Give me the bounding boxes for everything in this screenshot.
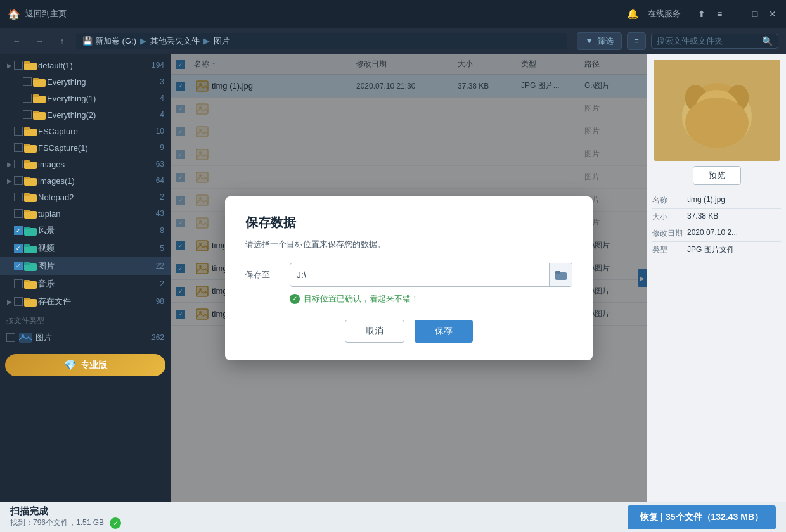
save-data-modal: 保存数据 请选择一个目标位置来保存您的数据。 保存至	[225, 196, 593, 360]
sidebar-count-everything: 3	[160, 77, 164, 86]
info-row-name: 名称 timg (1).jpg	[652, 193, 781, 209]
sidebar-count-shipin: 5	[160, 244, 164, 253]
folder-icon-everything	[33, 77, 46, 87]
bell-icon: 🔔	[627, 8, 639, 20]
forward-button[interactable]: →	[30, 32, 48, 50]
sidebar-item-fscapture[interactable]: FSCapture 10	[0, 123, 171, 139]
title-bar-left: 🏠 返回到主页	[8, 8, 67, 20]
search-box: 🔍	[651, 34, 778, 49]
sidebar-item-everything2[interactable]: Everything(2) 4	[0, 106, 171, 123]
section-label: 按文件类型	[0, 310, 171, 329]
online-service-label[interactable]: 在线服务	[648, 8, 681, 20]
breadcrumb-sep2: ▶	[203, 36, 210, 46]
sidebar-count-tupian2: 22	[156, 262, 164, 270]
checkbox-filetype-image[interactable]	[6, 333, 15, 342]
checkbox-images[interactable]	[14, 160, 23, 168]
breadcrumb-subfolder[interactable]: 图片	[214, 35, 230, 47]
scan-complete: 扫描完成 找到：796个文件，1.51 GB ✓	[10, 505, 121, 529]
breadcrumb-drive[interactable]: 新加卷 (G:)	[95, 35, 136, 47]
breadcrumb-sep1: ▶	[140, 36, 146, 46]
sidebar-item-default1[interactable]: ▶ default(1) 194	[0, 57, 171, 73]
sidebar-filetype-image[interactable]: 图片 262	[0, 329, 171, 346]
checkbox-tupian[interactable]	[14, 209, 23, 218]
checkbox-fscapture1[interactable]	[14, 143, 23, 152]
folder-icon-everything1	[33, 93, 46, 103]
checkbox-fengjing[interactable]: ✓	[14, 226, 23, 235]
sidebar-item-images1[interactable]: ▶ images(1) 64	[0, 172, 171, 189]
sidebar-item-tupian2[interactable]: ✓ 图片 22	[0, 257, 171, 275]
sidebar-label-fscapture: FSCapture	[38, 127, 153, 136]
folder-icon-images	[24, 159, 37, 169]
modal-description: 请选择一个目标位置来保存您的数据。	[245, 239, 572, 250]
svg-rect-29	[24, 298, 30, 300]
menu-button[interactable]: ≡	[714, 8, 725, 20]
cancel-button[interactable]: 取消	[345, 320, 404, 343]
close-button[interactable]: ✕	[767, 8, 778, 20]
expand-icon: ▶	[5, 298, 14, 305]
svg-rect-23	[24, 244, 30, 247]
sidebar-item-images[interactable]: ▶ images 63	[0, 156, 171, 172]
window-controls: ⬆ ≡ — □ ✕	[696, 8, 778, 20]
info-type-label: 类型	[652, 244, 687, 255]
filter-button[interactable]: ▼ 筛选	[577, 32, 622, 50]
sidebar-item-everything[interactable]: Everything 3	[0, 73, 171, 90]
folder-icon-tupian	[24, 208, 37, 218]
search-icon: 🔍	[762, 36, 773, 46]
checkbox-yinyue[interactable]	[14, 279, 23, 288]
checkbox-cunzai[interactable]	[14, 297, 23, 306]
sidebar-item-everything1[interactable]: Everything(1) 4	[0, 90, 171, 106]
sidebar-item-yinyue[interactable]: 音乐 2	[0, 275, 171, 293]
scan-title: 扫描完成	[10, 505, 121, 517]
home-label[interactable]: 返回到主页	[25, 8, 67, 20]
sidebar-label-notepad2: Notepad2	[38, 193, 157, 202]
preview-button[interactable]: 预览	[693, 166, 741, 185]
view-menu-button[interactable]: ≡	[627, 32, 646, 50]
info-date-value: 2020.07.10 2...	[687, 228, 781, 239]
checkbox-tupian2[interactable]: ✓	[14, 262, 23, 270]
minimize-button[interactable]: —	[731, 8, 743, 20]
info-type-value: JPG 图片文件	[687, 244, 781, 255]
modal-saveto-input[interactable]	[290, 265, 549, 284]
checkbox-images1[interactable]	[14, 176, 23, 185]
folder-icon-notepad2	[24, 192, 37, 202]
pro-button[interactable]: 💎 专业版	[5, 354, 165, 376]
content-area: ✓ 名称 ↑ 修改日期 大小 类型 路径 ✓	[171, 54, 647, 502]
sidebar-item-shipin[interactable]: ✓ 视频 5	[0, 239, 171, 257]
up-button[interactable]: ↑	[53, 32, 71, 50]
share-button[interactable]: ⬆	[696, 8, 707, 20]
sidebar-item-tupian[interactable]: tupian 43	[0, 205, 171, 222]
sidebar-count-yinyue: 2	[160, 279, 164, 288]
sidebar-item-notepad2[interactable]: Notepad2 2	[0, 189, 171, 205]
save-button[interactable]: 保存	[415, 320, 473, 343]
sidebar-count-fscapture1: 9	[160, 143, 164, 152]
svg-rect-11	[24, 144, 30, 146]
sidebar-count-fscapture: 10	[156, 127, 164, 136]
search-input[interactable]	[657, 36, 758, 46]
breadcrumb-folder[interactable]: 其他丢失文件	[150, 35, 200, 47]
sidebar-item-fengjing[interactable]: ✓ 风景 8	[0, 222, 171, 239]
maximize-button[interactable]: □	[749, 8, 761, 20]
sidebar-item-cunzai[interactable]: ▶ 存在文件 98	[0, 293, 171, 310]
scan-subtitle-text: 找到：796个文件，1.51 GB	[10, 518, 104, 527]
restore-button[interactable]: 恢复 | 35个文件（132.43 MB）	[628, 505, 776, 529]
bottom-bar: 扫描完成 找到：796个文件，1.51 GB ✓ 恢复 | 35个文件（132.…	[0, 502, 786, 532]
modal-buttons: 取消 保存	[245, 320, 572, 343]
sidebar-count-cunzai: 98	[156, 297, 164, 306]
back-button[interactable]: ←	[8, 32, 25, 50]
checkbox-everything1[interactable]	[23, 94, 32, 103]
checkbox-everything2[interactable]	[23, 110, 32, 119]
checkbox-notepad2[interactable]	[14, 193, 23, 201]
folder-open-icon	[555, 270, 567, 280]
info-size-label: 大小	[652, 212, 687, 222]
sidebar-label-tupian2: 图片	[38, 260, 153, 272]
folder-browse-button[interactable]	[549, 263, 572, 286]
nav-bar: ← → ↑ 💾 新加卷 (G:) ▶ 其他丢失文件 ▶ 图片 ▼ 筛选 ≡ 🔍	[0, 28, 786, 54]
checkbox-shipin[interactable]: ✓	[14, 244, 23, 253]
info-name-label: 名称	[652, 195, 687, 206]
checkbox-default1[interactable]	[14, 61, 23, 70]
folder-icon-yinyue	[24, 279, 37, 289]
checkbox-fscapture[interactable]	[14, 127, 23, 136]
sidebar-item-fscapture1[interactable]: FSCapture(1) 9	[0, 139, 171, 156]
sidebar-count-everything1: 4	[160, 94, 164, 103]
checkbox-everything[interactable]	[23, 77, 32, 86]
